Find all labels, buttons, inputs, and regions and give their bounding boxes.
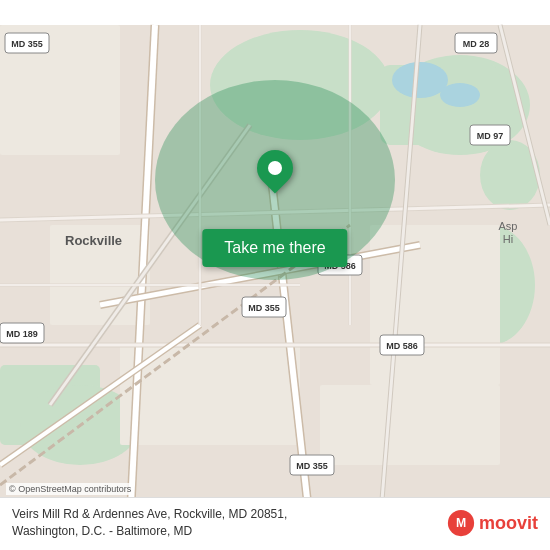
- svg-text:MD 586: MD 586: [386, 341, 418, 351]
- svg-text:MD 355: MD 355: [296, 461, 328, 471]
- svg-text:MD 355: MD 355: [248, 303, 280, 313]
- svg-text:M: M: [456, 517, 466, 531]
- osm-attribution: © OpenStreetMap contributors: [6, 483, 134, 495]
- moovit-icon-svg: M: [447, 509, 475, 537]
- svg-text:MD 97: MD 97: [477, 131, 504, 141]
- svg-text:MD 189: MD 189: [6, 329, 38, 339]
- svg-point-9: [440, 83, 480, 107]
- svg-text:MD 355: MD 355: [11, 39, 43, 49]
- take-me-there-button[interactable]: Take me there: [202, 229, 347, 267]
- svg-point-8: [392, 62, 448, 98]
- svg-text:Asp: Asp: [499, 220, 518, 232]
- pin-shape: [250, 143, 301, 194]
- svg-rect-14: [320, 385, 500, 465]
- svg-text:Rockville: Rockville: [65, 233, 122, 248]
- pin-inner: [268, 161, 282, 175]
- location-pin: [257, 150, 293, 186]
- svg-text:Hi: Hi: [503, 233, 513, 245]
- address-text: Veirs Mill Rd & Ardennes Ave, Rockville,…: [12, 506, 437, 540]
- moovit-logo: M moovit: [447, 509, 538, 537]
- moovit-brand-text: moovit: [479, 513, 538, 534]
- bottom-bar: Veirs Mill Rd & Ardennes Ave, Rockville,…: [0, 497, 550, 550]
- svg-text:MD 28: MD 28: [463, 39, 490, 49]
- map-container: MD 355 MD 355 MD 355 MD 28 MD 97 MD 586 …: [0, 0, 550, 550]
